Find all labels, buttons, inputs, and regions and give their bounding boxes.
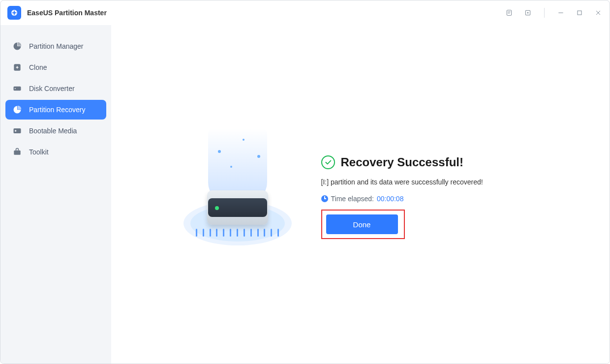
recovery-icon xyxy=(12,105,22,115)
sidebar-item-bootable-media[interactable]: Bootable Media xyxy=(5,121,106,141)
disk-icon xyxy=(12,84,22,93)
svg-rect-10 xyxy=(14,151,20,155)
disk-illustration xyxy=(183,143,292,251)
sidebar-item-label: Disk Converter xyxy=(29,85,75,92)
notes-icon[interactable] xyxy=(505,8,514,17)
time-label: Time elapsed: xyxy=(331,195,374,203)
sidebar-item-label: Bootable Media xyxy=(29,127,77,135)
done-highlight-box: Done xyxy=(321,210,405,239)
sidebar-item-partition-manager[interactable]: Partition Manager xyxy=(5,36,106,56)
success-check-icon xyxy=(321,155,335,169)
maximize-button[interactable] xyxy=(575,8,584,17)
svg-rect-8 xyxy=(14,128,21,133)
sidebar-item-label: Partition Manager xyxy=(29,42,84,50)
app-title: EaseUS Partition Master xyxy=(27,9,107,17)
done-button[interactable]: Done xyxy=(326,214,398,234)
separator xyxy=(544,8,545,18)
sidebar: Partition Manager Clone Disk Converter P… xyxy=(0,25,111,364)
result-heading-text: Recovery Successful! xyxy=(341,155,463,169)
sidebar-item-partition-recovery[interactable]: Partition Recovery xyxy=(5,100,106,120)
result-heading: Recovery Successful! xyxy=(321,155,538,169)
popout-icon[interactable] xyxy=(523,8,532,17)
toolkit-icon xyxy=(12,147,22,157)
sidebar-item-label: Toolkit xyxy=(29,148,49,156)
svg-point-7 xyxy=(15,88,16,89)
sidebar-item-label: Partition Recovery xyxy=(29,106,85,114)
svg-rect-6 xyxy=(14,87,21,91)
app-logo-icon xyxy=(7,6,21,20)
svg-point-9 xyxy=(15,130,16,131)
main-content: Recovery Successful! [I:] partition and … xyxy=(111,25,610,364)
clock-icon xyxy=(321,195,328,202)
svg-rect-1 xyxy=(507,10,511,16)
sidebar-item-label: Clone xyxy=(29,63,47,71)
svg-rect-4 xyxy=(578,11,581,15)
minimize-button[interactable] xyxy=(556,8,565,17)
title-bar: EaseUS Partition Master xyxy=(0,0,610,25)
recovery-result: Recovery Successful! [I:] partition and … xyxy=(183,143,538,251)
sidebar-item-toolkit[interactable]: Toolkit xyxy=(5,142,106,162)
time-value: 00:00:08 xyxy=(377,195,404,203)
result-subtext: [I:] partition and its data were success… xyxy=(321,178,538,186)
clone-icon xyxy=(12,62,22,72)
window-controls xyxy=(505,8,603,18)
pie-chart-icon xyxy=(12,41,22,51)
svg-point-3 xyxy=(527,12,528,13)
bootable-icon xyxy=(12,126,22,136)
sidebar-item-disk-converter[interactable]: Disk Converter xyxy=(5,79,106,98)
time-elapsed: Time elapsed: 00:00:08 xyxy=(321,195,538,203)
sidebar-item-clone[interactable]: Clone xyxy=(5,58,106,77)
close-button[interactable] xyxy=(594,8,603,17)
